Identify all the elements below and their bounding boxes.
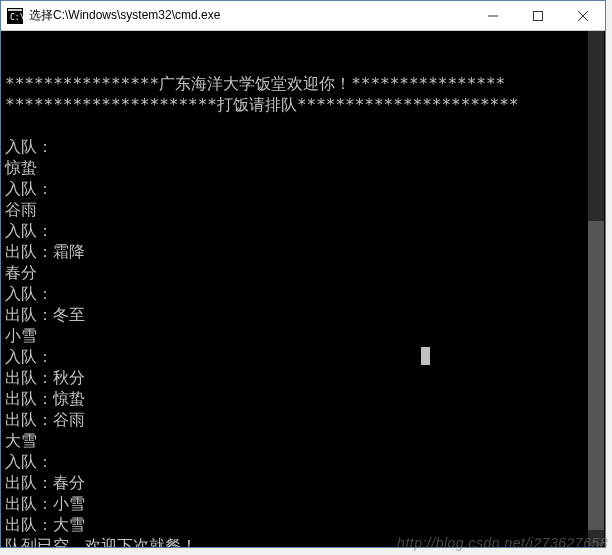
console-line: ****************广东海洋大学饭堂欢迎你！************… xyxy=(5,73,601,94)
console-line: 出队：小雪 xyxy=(5,493,601,514)
cmd-icon: C:\ xyxy=(7,8,23,24)
console-line: 出队：谷雨 xyxy=(5,409,601,430)
console-line: 出队：春分 xyxy=(5,472,601,493)
console-line: 入队： xyxy=(5,178,601,199)
console-line: 谷雨 xyxy=(5,199,601,220)
watermark-text: http://blog.csdn.net/i273627658 xyxy=(397,535,608,551)
vertical-scrollbar[interactable] xyxy=(588,31,604,546)
titlebar[interactable]: C:\ 选择C:\Windows\system32\cmd.exe xyxy=(1,1,605,31)
console-line: 大雪 xyxy=(5,430,601,451)
console-line: 春分 xyxy=(5,262,601,283)
svg-rect-1 xyxy=(8,9,22,11)
maximize-button[interactable] xyxy=(515,1,560,30)
window-title: 选择C:\Windows\system32\cmd.exe xyxy=(29,7,470,24)
console-line: 小雪 xyxy=(5,325,601,346)
close-button[interactable] xyxy=(560,1,605,30)
console-line: 入队： xyxy=(5,451,601,472)
console-line: 出队：秋分 xyxy=(5,367,601,388)
svg-text:C:\: C:\ xyxy=(10,13,23,22)
console-line xyxy=(5,115,601,136)
app-window: C:\ 选择C:\Windows\system32\cmd.exe ******… xyxy=(0,0,606,548)
console-area[interactable]: ****************广东海洋大学饭堂欢迎你！************… xyxy=(1,31,605,547)
scrollbar-thumb[interactable] xyxy=(588,221,604,530)
console-line: 出队：大雪 xyxy=(5,514,601,535)
svg-rect-4 xyxy=(533,11,542,20)
text-cursor xyxy=(421,347,430,365)
minimize-button[interactable] xyxy=(470,1,515,30)
console-line: 惊蛰 xyxy=(5,157,601,178)
window-controls xyxy=(470,1,605,30)
console-line: 入队： xyxy=(5,220,601,241)
console-line: 入队： xyxy=(5,346,601,367)
console-line: 出队：霜降 xyxy=(5,241,601,262)
console-line: 入队： xyxy=(5,136,601,157)
console-line: **********************打饭请排队*************… xyxy=(5,94,601,115)
console-line: 出队：惊蛰 xyxy=(5,388,601,409)
console-line: 入队： xyxy=(5,283,601,304)
console-line: 出队：冬至 xyxy=(5,304,601,325)
